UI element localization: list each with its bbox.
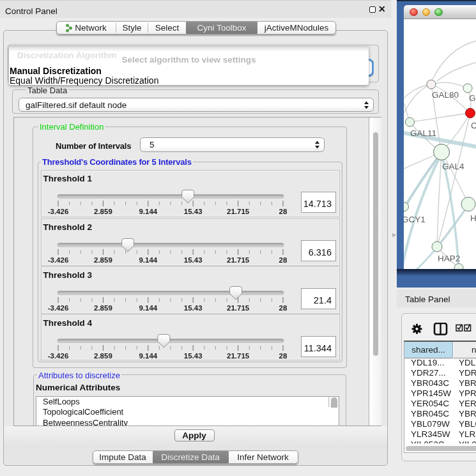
svg-text:-3.426: -3.426 xyxy=(48,256,69,264)
svg-text:GAL11: GAL11 xyxy=(410,128,436,138)
svg-text:2.859: 2.859 xyxy=(94,304,112,312)
svg-text:28: 28 xyxy=(279,352,288,360)
svg-text:2.859: 2.859 xyxy=(94,352,112,360)
svg-text:9.144: 9.144 xyxy=(139,352,157,360)
svg-text:-3.426: -3.426 xyxy=(48,208,69,215)
svg-text:-3.426: -3.426 xyxy=(48,304,69,312)
svg-text:-3.426: -3.426 xyxy=(48,352,69,360)
svg-text:15.43: 15.43 xyxy=(184,352,203,360)
svg-text:15.43: 15.43 xyxy=(184,208,203,215)
svg-text:G.: G. xyxy=(469,93,476,103)
svg-text:15.43: 15.43 xyxy=(184,304,203,312)
svg-text:2.859: 2.859 xyxy=(94,208,112,215)
svg-text:9.144: 9.144 xyxy=(139,256,157,264)
svg-text:C: C xyxy=(471,121,476,130)
svg-text:28: 28 xyxy=(279,208,288,215)
svg-text:21.715: 21.715 xyxy=(227,256,250,264)
svg-text:9.144: 9.144 xyxy=(139,304,157,312)
svg-text:21.715: 21.715 xyxy=(227,208,250,215)
svg-text:28: 28 xyxy=(279,256,288,264)
svg-text:28: 28 xyxy=(279,304,288,312)
svg-text:21.715: 21.715 xyxy=(227,352,250,360)
svg-text:GCY1: GCY1 xyxy=(404,215,426,224)
svg-text:H: H xyxy=(470,213,476,223)
svg-text:GAL80: GAL80 xyxy=(432,90,459,100)
svg-text:GAL4: GAL4 xyxy=(442,162,464,171)
svg-text:HAP2: HAP2 xyxy=(438,254,460,263)
svg-text:9.144: 9.144 xyxy=(139,208,157,215)
svg-text:21.715: 21.715 xyxy=(227,304,250,312)
svg-text:2.859: 2.859 xyxy=(94,256,112,264)
svg-text:15.43: 15.43 xyxy=(184,256,203,264)
